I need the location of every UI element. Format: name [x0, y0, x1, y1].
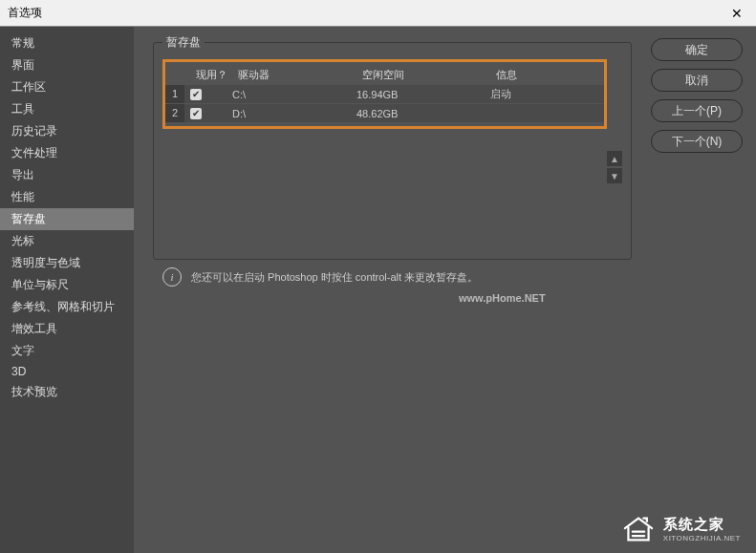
sidebar-item-10[interactable]: 透明度与色域 — [0, 252, 134, 274]
prev-button[interactable]: 上一个(P) — [651, 99, 743, 122]
info-cell: 启动 — [490, 87, 598, 101]
sidebar-item-1[interactable]: 界面 — [0, 54, 134, 76]
row-index: 2 — [165, 104, 184, 122]
table-header: 现用？ 驱动器 空闲空间 信息 — [165, 66, 604, 84]
content: 暂存盘 现用？ 驱动器 空闲空间 信息 1✔C:\16.94GB启动2✔D:\4… — [134, 27, 756, 553]
cancel-button[interactable]: 取消 — [651, 69, 743, 92]
checkbox-icon[interactable]: ✔ — [190, 108, 202, 119]
col-use: 现用？ — [196, 68, 238, 82]
sidebar-item-13[interactable]: 增效工具 — [0, 318, 134, 340]
house-icon — [621, 515, 656, 543]
sidebar-item-12[interactable]: 参考线、网格和切片 — [0, 296, 134, 318]
scratch-disk-table: 现用？ 驱动器 空闲空间 信息 1✔C:\16.94GB启动2✔D:\48.62… — [162, 59, 607, 129]
move-down-button[interactable]: ▼ — [607, 168, 622, 183]
hint-text: 您还可以在启动 Photoshop 时按住 control-alt 来更改暂存盘… — [191, 270, 478, 285]
sidebar-item-15[interactable]: 3D — [0, 362, 134, 381]
col-free: 空闲空间 — [362, 68, 496, 82]
free-cell: 48.62GB — [356, 108, 490, 119]
sidebar-item-11[interactable]: 单位与标尺 — [0, 274, 134, 296]
move-up-button[interactable]: ▲ — [607, 151, 622, 166]
watermark-text: www.pHome.NET — [459, 292, 546, 304]
brand-url: XITONGZHIJIA.NET — [663, 534, 741, 542]
close-icon[interactable]: ✕ — [725, 6, 748, 21]
sidebar-item-6[interactable]: 导出 — [0, 164, 134, 186]
col-info: 信息 — [496, 68, 598, 82]
free-cell: 16.94GB — [356, 89, 490, 100]
reorder-arrows: ▲ ▼ — [607, 151, 622, 183]
table-row[interactable]: 2✔D:\48.62GB — [165, 104, 604, 122]
brand-watermark: 系统之家 XITONGZHIJIA.NET — [621, 515, 741, 543]
sidebar-item-14[interactable]: 文字 — [0, 340, 134, 362]
sidebar-item-7[interactable]: 性能 — [0, 186, 134, 208]
sidebar: 常规界面工作区工具历史记录文件处理导出性能暂存盘光标透明度与色域单位与标尺参考线… — [0, 27, 134, 553]
hint-row: i 您还可以在启动 Photoshop 时按住 control-alt 来更改暂… — [162, 267, 478, 287]
main: 常规界面工作区工具历史记录文件处理导出性能暂存盘光标透明度与色域单位与标尺参考线… — [0, 27, 756, 553]
drive-cell: C:\ — [232, 89, 356, 100]
sidebar-item-2[interactable]: 工作区 — [0, 76, 134, 98]
brand-name: 系统之家 — [663, 516, 741, 534]
window-title: 首选项 — [8, 5, 42, 21]
dialog-buttons: 确定 取消 上一个(P) 下一个(N) — [651, 38, 743, 153]
next-button[interactable]: 下一个(N) — [651, 130, 743, 153]
row-index: 1 — [165, 85, 184, 103]
sidebar-item-0[interactable]: 常规 — [0, 32, 134, 54]
titlebar: 首选项 ✕ — [0, 0, 756, 27]
drive-cell: D:\ — [232, 108, 356, 119]
info-icon: i — [162, 267, 182, 287]
checkbox-icon[interactable]: ✔ — [190, 89, 202, 100]
table-row[interactable]: 1✔C:\16.94GB启动 — [165, 85, 604, 103]
ok-button[interactable]: 确定 — [651, 38, 743, 61]
sidebar-item-5[interactable]: 文件处理 — [0, 142, 134, 164]
sidebar-item-9[interactable]: 光标 — [0, 230, 134, 252]
sidebar-item-16[interactable]: 技术预览 — [0, 381, 134, 403]
sidebar-item-4[interactable]: 历史记录 — [0, 120, 134, 142]
sidebar-item-8[interactable]: 暂存盘 — [0, 208, 134, 230]
col-drive: 驱动器 — [238, 68, 362, 82]
sidebar-item-3[interactable]: 工具 — [0, 98, 134, 120]
panel-title: 暂存盘 — [162, 34, 205, 51]
